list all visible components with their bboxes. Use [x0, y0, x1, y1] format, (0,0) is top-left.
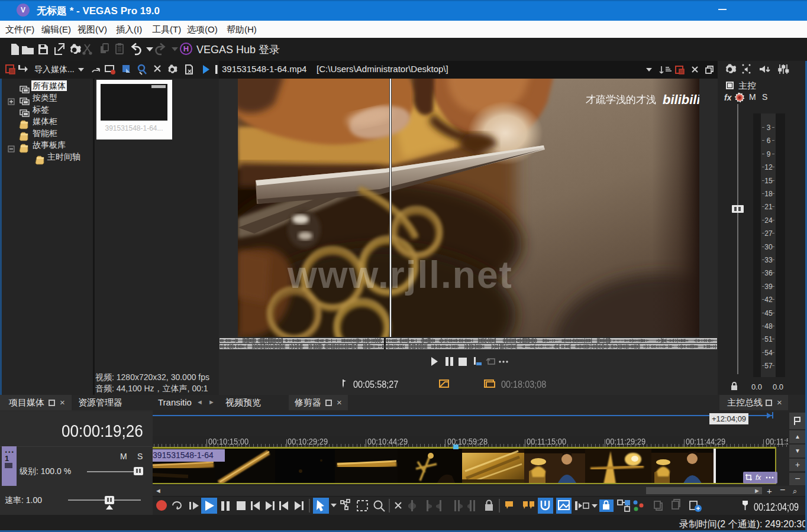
svg-text:www.rjll.net: www.rjll.net: [287, 254, 513, 296]
svg-text:fx: fx: [756, 473, 761, 482]
svg-text:bilibili: bilibili: [663, 92, 699, 107]
svg-text:才疏学浅的才浅: 才疏学浅的才浅: [586, 94, 656, 105]
svg-text:导入媒体...: 导入媒体...: [34, 64, 75, 74]
